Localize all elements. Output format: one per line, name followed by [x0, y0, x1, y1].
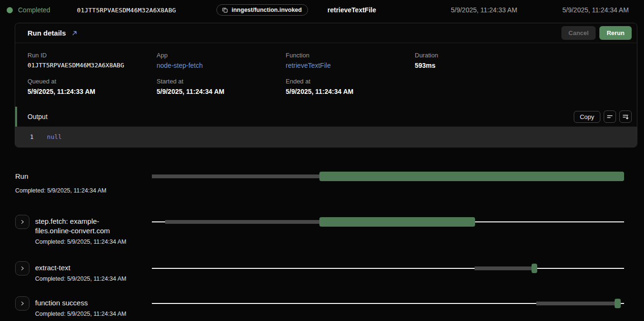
page-title: Run details: [28, 29, 66, 37]
field-function: Function retrieveTextFile: [286, 52, 415, 69]
timeline-baseline: [152, 268, 624, 269]
timeline-row-label: extract-text: [35, 261, 126, 273]
external-link-icon[interactable]: [71, 30, 78, 37]
ended-time-cell: 5/9/2025, 11:24:34 AM: [562, 6, 629, 14]
output-header: Output Copy: [15, 107, 637, 127]
timeline-segment-active[interactable]: [319, 172, 624, 181]
timeline-segment-wait[interactable]: [475, 266, 532, 270]
timeline-track[interactable]: [152, 169, 624, 183]
wrap-lines-icon[interactable]: [604, 110, 616, 123]
status-label: Completed: [18, 6, 50, 14]
timeline-row-text: Run Completed: 5/9/2025, 11:24:34 AM: [15, 169, 106, 194]
timeline-segment-active[interactable]: [615, 299, 621, 308]
timeline-segment-wait[interactable]: [165, 220, 319, 224]
cancel-button[interactable]: Cancel: [561, 26, 596, 40]
run-details-panel: Run details Cancel Rerun Run ID 01JTT5RP…: [15, 23, 637, 147]
timeline-row: step.fetch: example-files.online-convert…: [15, 215, 624, 245]
field-label: Ended at: [286, 78, 415, 85]
timeline-row-side: Run Completed: 5/9/2025, 11:24:34 AM: [15, 169, 152, 194]
timeline-row-label: step.fetch: example-files.online-convert…: [35, 215, 132, 236]
timeline-row-status: Completed: 5/9/2025, 11:24:34 AM: [35, 311, 126, 317]
line-number: 1: [15, 133, 34, 140]
run-details-grid: Run ID 01JTT5RPVAESDM46M32A6X8ABG App no…: [15, 43, 637, 101]
field-value: 5/9/2025, 11:24:33 AM: [28, 88, 157, 95]
field-value: 5/9/2025, 11:24:34 AM: [157, 88, 286, 95]
field-queued-at: Queued at 5/9/2025, 11:24:33 AM: [28, 78, 157, 95]
chevron-right-icon: [19, 219, 25, 225]
function-link[interactable]: retrieveTextFile: [286, 62, 415, 69]
timeline-row-side: function success Completed: 5/9/2025, 11…: [15, 296, 152, 317]
timeline-row-text: extract-text Completed: 5/9/2025, 11:24:…: [35, 261, 126, 282]
timeline-segment-active[interactable]: [319, 217, 475, 227]
timeline-row-status: Completed: 5/9/2025, 11:24:34 AM: [35, 238, 132, 245]
app-link[interactable]: node-step-fetch: [157, 62, 286, 69]
chevron-right-icon: [19, 266, 25, 271]
queued-time-cell: 5/9/2025, 11:24:33 AM: [451, 6, 517, 14]
field-ended-at: Ended at 5/9/2025, 11:24:34 AM: [286, 78, 415, 95]
output-title: Output: [28, 113, 47, 120]
timeline-row-side: extract-text Completed: 5/9/2025, 11:24:…: [15, 261, 152, 282]
copy-icon: [222, 7, 228, 13]
field-value: 593ms: [415, 62, 625, 69]
panel-actions: Cancel Rerun: [561, 26, 632, 40]
expand-step-button[interactable]: [15, 296, 29, 311]
function-name-cell: retrieveTextFile: [327, 6, 376, 14]
timeline-segment-wait[interactable]: [152, 174, 319, 178]
timeline-track[interactable]: [152, 296, 624, 311]
expand-step-button[interactable]: [15, 261, 29, 275]
status-dot-icon: [7, 7, 13, 13]
timeline-row-text: step.fetch: example-files.online-convert…: [35, 215, 132, 245]
field-value: 01JTT5RPVAESDM46M32A6X8ABG: [28, 62, 157, 69]
timeline-row: Run Completed: 5/9/2025, 11:24:34 AM: [15, 169, 624, 194]
timeline-row-label: function success: [35, 296, 126, 308]
timeline-track[interactable]: [152, 215, 624, 229]
output-code-block: 1 null: [15, 127, 637, 147]
field-label: Run ID: [28, 52, 157, 59]
run-id-cell: 01JTT5RPVAESDM46M32A6X8ABG: [77, 7, 176, 14]
field-label: Queued at: [28, 78, 157, 85]
field-label: App: [157, 52, 286, 59]
copy-output-button[interactable]: Copy: [574, 111, 600, 123]
timeline-segment-active[interactable]: [532, 264, 537, 273]
panel-title-group: Run details: [28, 29, 78, 37]
timeline-row-status: Completed: 5/9/2025, 11:24:34 AM: [35, 275, 126, 282]
field-duration: Duration 593ms: [415, 52, 625, 69]
output-value: null: [34, 133, 62, 140]
field-run-id: Run ID 01JTT5RPVAESDM46M32A6X8ABG: [28, 52, 157, 69]
timeline-row-label: Run: [15, 169, 106, 181]
scroll-to-bottom-icon[interactable]: [619, 110, 632, 123]
panel-header: Run details Cancel Rerun: [15, 23, 637, 43]
field-started-at: Started at 5/9/2025, 11:24:34 AM: [157, 78, 286, 95]
rerun-button[interactable]: Rerun: [599, 26, 632, 40]
timeline-row: function success Completed: 5/9/2025, 11…: [15, 296, 624, 317]
field-label: Duration: [415, 52, 625, 59]
run-status: Completed: [7, 6, 50, 14]
timeline-row-text: function success Completed: 5/9/2025, 11…: [35, 296, 126, 317]
timeline-row-status: Completed: 5/9/2025, 11:24:34 AM: [15, 187, 106, 194]
trigger-event-label: inngest/function.invoked: [232, 7, 302, 13]
timeline-row-side: step.fetch: example-files.online-convert…: [15, 215, 152, 245]
timeline-track[interactable]: [152, 261, 624, 275]
trigger-event-badge[interactable]: inngest/function.invoked: [216, 4, 308, 16]
timeline: Run Completed: 5/9/2025, 11:24:34 AM ste…: [0, 169, 644, 317]
expand-step-button[interactable]: [15, 215, 29, 229]
field-label: Function: [286, 52, 415, 59]
run-list-row[interactable]: Completed 01JTT5RPVAESDM46M32A6X8ABG inn…: [0, 0, 644, 20]
field-app: App node-step-fetch: [157, 52, 286, 69]
output-actions: Copy: [574, 110, 632, 123]
timeline-row: extract-text Completed: 5/9/2025, 11:24:…: [15, 261, 624, 282]
field-label: Started at: [157, 78, 286, 85]
field-value: 5/9/2025, 11:24:34 AM: [286, 88, 415, 95]
chevron-right-icon: [19, 301, 25, 306]
timeline-segment-wait[interactable]: [536, 302, 616, 305]
